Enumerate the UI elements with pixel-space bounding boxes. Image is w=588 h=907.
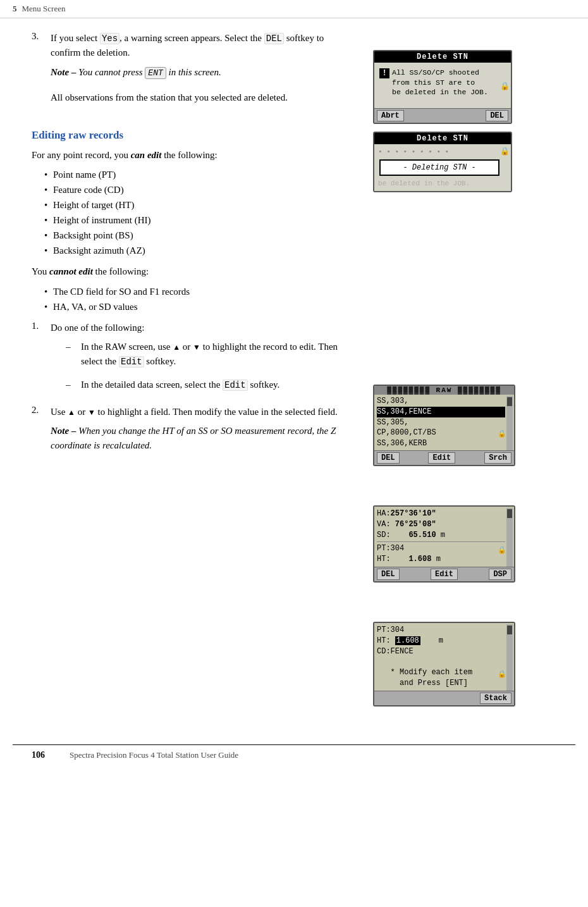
softkey-del[interactable]: DEL	[486, 110, 508, 121]
screen1-softkeys: Abrt DEL	[374, 108, 511, 123]
dash2-marker: –	[66, 378, 75, 392]
screen-delete-warn: Delete STN ! All SS/SO/CP shooted from t…	[373, 50, 575, 124]
ent-key: ENT	[145, 67, 166, 79]
softkey-raw-srch[interactable]: Srch	[484, 452, 511, 464]
edit-row-blank	[377, 657, 505, 667]
raw-row-3: CP,8000,CT/BS	[377, 428, 505, 438]
softkey-raw-edit[interactable]: Edit	[428, 452, 455, 464]
footer-page-num: 106	[32, 750, 63, 760]
footer-book-title: Spectra Precision Focus 4 Total Station …	[63, 750, 556, 760]
list-item: HA, VA, or SD values	[44, 299, 348, 314]
step-3-body: If you select Yes, a warning screen appe…	[51, 31, 348, 110]
softkey-detail-edit[interactable]: Edit	[431, 569, 458, 580]
step-2-num: 2.	[32, 405, 44, 459]
step-1: 1. Do one of the following: – In the RAW…	[32, 321, 348, 401]
step-3-para: If you select Yes, a warning screen appe…	[51, 31, 348, 60]
detail-row-ht: HT: 1.608 m	[377, 554, 505, 565]
device-screen-2: Delete STN • • • • • • • • • - Deleting …	[373, 132, 512, 192]
lock-icon-2: 🔒	[500, 147, 510, 156]
lock-icon-5: 🔒	[498, 670, 506, 678]
detail-row-ha: HA:257°36'10"	[377, 509, 505, 519]
device-screen-4: HA:257°36'10" VA: 76°25'08" SD: 65.510 m…	[373, 505, 515, 583]
dash-item-2: – In the detailed data screen, select th…	[66, 378, 348, 392]
note-label: Note –	[51, 67, 76, 77]
screen1-title: Delete STN	[374, 51, 511, 63]
screen2-bg-text: • • • • • • • • •	[377, 147, 502, 157]
detail-row-sd: SD: 65.510 m	[377, 530, 505, 541]
raw-row-1: SS,304,FENCE	[377, 407, 505, 417]
dash-list: – In the RAW screen, use ▲ or ▼ to highl…	[66, 340, 348, 392]
dash1-down-arrow: ▼	[193, 343, 200, 352]
softkey-raw-del[interactable]: DEL	[377, 452, 400, 464]
screen3-title: ▓▓▓▓▓▓▓▓ RAW ▓▓▓▓▓▓▓▓	[374, 386, 514, 395]
step-2-text: Use ▲ or ▼ to highlight a field. Then mo…	[51, 405, 348, 419]
dash-item-1: – In the RAW screen, use ▲ or ▼ to highl…	[66, 340, 348, 369]
step-3-note: Note – You cannot press ENT in this scre…	[51, 65, 348, 80]
screen-delete-overlay: Delete STN • • • • • • • • • - Deleting …	[373, 132, 575, 192]
step-3: 3. If you select Yes, a warning screen a…	[32, 31, 348, 110]
lock-icon-4: 🔒	[498, 546, 506, 554]
dash1-or: or	[180, 342, 193, 352]
softkey-abrt[interactable]: Abrt	[377, 110, 404, 121]
editing-section: Editing raw records For any point record…	[32, 129, 348, 459]
list-item: Backsight azimuth (AZ)	[44, 243, 348, 258]
screen1-line1: All SS/SO/CP shooted	[392, 68, 479, 77]
page-body: 3. If you select Yes, a warning screen a…	[0, 18, 588, 719]
can-edit-label: can edit	[131, 150, 162, 160]
screen2-bg-text2: be deleted in the JOB.	[377, 178, 502, 188]
edit-row-ht: HT: 1.608 m	[377, 636, 505, 646]
screen-detail: HA:257°36'10" VA: 76°25'08" SD: 65.510 m…	[373, 505, 575, 583]
note-end: in this screen.	[166, 67, 221, 77]
screen3-softkeys: DEL Edit Srch	[374, 450, 514, 465]
device-screen-1: Delete STN ! All SS/SO/CP shooted from t…	[373, 50, 512, 124]
raw-row-2: SS,305,	[377, 417, 505, 428]
cannot-edit-intro-text: You	[32, 266, 49, 276]
scroll-bar-3	[506, 396, 513, 450]
step-2-note: Note – When you change the HT of an SS o…	[51, 424, 348, 452]
step-1-text: Do one of the following:	[51, 321, 348, 335]
scroll-thumb-4	[507, 509, 512, 518]
list-item: Height of instrument (HI)	[44, 213, 348, 228]
softkey-detail-del[interactable]: DEL	[377, 569, 400, 580]
dash1-up-arrow: ▲	[173, 343, 180, 352]
lock-icon-1: 🔒	[500, 82, 510, 91]
dash1-content: In the RAW screen, use ▲ or ▼ to highlig…	[81, 340, 348, 369]
step-1-body: Do one of the following: – In the RAW sc…	[51, 321, 348, 401]
screen1-line3: be deleted in the JOB.	[392, 88, 488, 96]
scroll-bar-4	[506, 508, 513, 567]
list-item: Height of target (HT)	[44, 197, 348, 213]
step3-intro: If you select	[51, 33, 100, 43]
step-3-num: 3.	[32, 31, 44, 110]
edit-row-pt: PT:304	[377, 625, 505, 636]
edit-row-modify: * Modify each item	[377, 667, 505, 678]
note2-label: Note –	[51, 426, 76, 436]
screen4-softkeys: DEL Edit DSP	[374, 567, 514, 581]
scroll-thumb-5	[507, 626, 512, 634]
dash2-pre: In the detailed data screen, select the	[81, 379, 223, 390]
page-footer: 106 Spectra Precision Focus 4 Total Stat…	[13, 744, 575, 760]
edit-row-press: and Press [ENT]	[377, 678, 505, 689]
can-edit-intro: For any point record, you can edit the f…	[32, 148, 348, 163]
cannot-edit-label: cannot edit	[49, 266, 93, 276]
softkey-detail-dsp[interactable]: DSP	[489, 569, 511, 580]
detail-row-pt: PT:304	[377, 543, 505, 554]
dash1-marker: –	[66, 340, 75, 369]
screen-raw: ▓▓▓▓▓▓▓▓ RAW ▓▓▓▓▓▓▓▓ SS,303, SS,304,FEN…	[373, 385, 575, 466]
step2-or: or	[75, 407, 88, 417]
screens-column: Delete STN ! All SS/SO/CP shooted from t…	[367, 18, 588, 719]
note2-text: When you change the HT of an SS or SO me…	[51, 426, 336, 450]
device-screen-3: ▓▓▓▓▓▓▓▓ RAW ▓▓▓▓▓▓▓▓ SS,303, SS,304,FEN…	[373, 385, 515, 466]
scroll-bar-5	[506, 624, 513, 691]
can-edit-intro-end: the following:	[161, 150, 217, 160]
screen4-body: HA:257°36'10" VA: 76°25'08" SD: 65.510 m…	[374, 507, 514, 567]
page-header: 5 Menu Screen	[0, 0, 588, 18]
step2-up: ▲	[68, 408, 75, 417]
step3-del: DEL	[264, 33, 284, 44]
softkey-stack[interactable]: Stack	[480, 693, 511, 704]
list-item: Point name (PT)	[44, 167, 348, 182]
all-obs-text: All observations from the station that y…	[51, 90, 348, 105]
device-screen-5: PT:304 HT: 1.608 m CD:FENCE * Modify eac…	[373, 622, 515, 706]
screen2-dots: • • • • • • • • •	[378, 148, 449, 156]
step2-down: ▼	[88, 408, 95, 417]
dash2-edit: Edit	[223, 379, 248, 391]
